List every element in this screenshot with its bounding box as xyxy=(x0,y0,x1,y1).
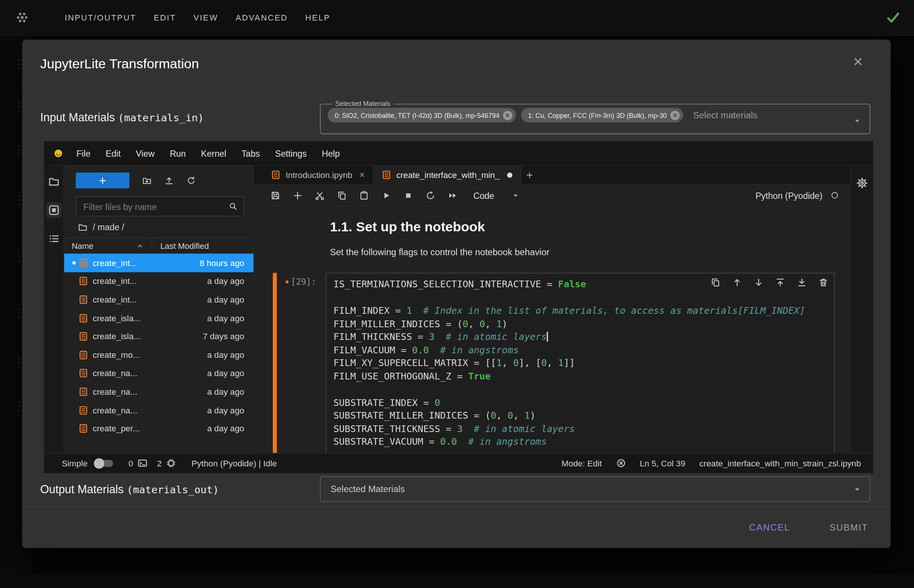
editor-tab-create-interface-with-min[interactable]: create_interface_with_min_ xyxy=(373,166,521,184)
save-icon[interactable] xyxy=(270,190,281,200)
check-icon[interactable] xyxy=(886,10,900,24)
top-menu-edit[interactable]: EDIT xyxy=(145,13,185,22)
dialog-close-icon[interactable]: × xyxy=(853,54,863,70)
jupyter-menu-file[interactable]: File xyxy=(69,149,98,158)
refresh-icon[interactable] xyxy=(187,176,196,185)
paste-icon[interactable] xyxy=(359,190,369,200)
column-header-modified[interactable]: Last Modified xyxy=(152,238,253,253)
tab-close-icon[interactable]: × xyxy=(359,170,365,180)
filter-files-box xyxy=(76,197,244,216)
column-header-name[interactable]: Name xyxy=(64,241,152,250)
chip-delete-icon[interactable]: × xyxy=(670,110,680,120)
cancel-button[interactable]: CANCEL xyxy=(746,522,793,533)
markdown-cell[interactable]: 1.1. Set up the notebook Set the followi… xyxy=(254,220,850,258)
code-line: FILM_XY_SUPERCELL_MATRIX = [[1, 0], [0, … xyxy=(334,357,827,370)
material-chip-label: 1: Cu, Copper, FCC (Fm-3m) 3D (Bulk), mp… xyxy=(528,111,667,119)
top-menu-help[interactable]: HELP xyxy=(297,13,339,22)
delete-icon[interactable] xyxy=(819,278,828,288)
jupyter-menu-kernel[interactable]: Kernel xyxy=(193,149,234,158)
chevron-down-icon[interactable] xyxy=(854,117,861,124)
move-up-icon[interactable] xyxy=(732,278,743,288)
copy-icon[interactable] xyxy=(337,190,347,200)
toggle-knob xyxy=(94,458,105,468)
cell-type-dropdown[interactable]: Code xyxy=(473,190,519,200)
notebook-icon xyxy=(79,258,88,268)
materials-select-placeholder[interactable]: Select materials xyxy=(693,110,757,121)
notebook-icon xyxy=(79,387,88,396)
jupyter-menu-tabs[interactable]: Tabs xyxy=(234,149,268,158)
file-row[interactable]: create_int...8 hours ago xyxy=(64,254,254,272)
folder-icon[interactable] xyxy=(78,222,87,232)
file-row[interactable]: create_per...a day ago xyxy=(64,419,254,438)
top-menu-advanced[interactable]: ADVANCED xyxy=(227,13,297,22)
stop-icon[interactable] xyxy=(403,190,413,200)
status-bar: Simple 0 2 Python (Pyodide) | Idle Mode:… xyxy=(44,453,873,473)
table-of-contents-icon[interactable] xyxy=(48,233,60,244)
move-down-icon[interactable] xyxy=(754,278,764,288)
submit-button[interactable]: SUBMIT xyxy=(826,522,872,533)
folder-icon[interactable] xyxy=(48,176,60,187)
top-menu-input-output[interactable]: INPUT/OUTPUT xyxy=(56,13,145,22)
dialog-footer: CANCEL SUBMIT xyxy=(22,507,890,548)
chevron-down-icon[interactable] xyxy=(854,486,861,493)
input-materials-text: Input Materials xyxy=(40,111,118,123)
tab-strip: Introduction.ipynb×create_interface_with… xyxy=(263,166,521,184)
file-row[interactable]: create_na...a day ago xyxy=(64,401,254,419)
insert-above-icon[interactable] xyxy=(775,278,785,288)
material-chip[interactable]: 1: Cu, Copper, FCC (Fm-3m) 3D (Bulk), mp… xyxy=(521,108,683,123)
materials-select[interactable]: Selected Materials 0: SiO2, Cristobalite… xyxy=(320,100,870,134)
jupyter-menu-help[interactable]: Help xyxy=(314,149,347,158)
notebook-scroll-area[interactable]: 1.1. Set up the notebook Set the followi… xyxy=(254,206,850,453)
jupyter-menu-settings[interactable]: Settings xyxy=(268,149,314,158)
cursor-position[interactable]: Ln 5, Col 39 xyxy=(640,459,685,468)
gear-icon[interactable] xyxy=(856,177,868,189)
breadcrumb[interactable]: / made / xyxy=(64,216,254,237)
filter-files-input[interactable] xyxy=(82,201,228,212)
output-select-value: Selected Materials xyxy=(331,484,405,494)
file-row[interactable]: create_int...a day ago xyxy=(64,272,254,290)
duplicate-icon[interactable] xyxy=(711,278,721,288)
file-row[interactable]: create_isla...7 days ago xyxy=(64,327,254,346)
new-folder-icon[interactable] xyxy=(142,176,152,185)
top-menu-view[interactable]: VIEW xyxy=(185,13,227,22)
cell-toolbar xyxy=(711,278,828,288)
notebook-icon xyxy=(382,170,391,179)
fast-forward-icon[interactable] xyxy=(448,190,458,200)
cut-icon[interactable] xyxy=(315,190,325,200)
run-icon[interactable] xyxy=(381,190,391,200)
terminal-icon[interactable] xyxy=(138,458,148,468)
code-cell[interactable]: [29]: IS_TERMINATIONS_SELECTION_INTERACT… xyxy=(254,273,850,453)
file-name: create_isla... xyxy=(92,313,140,323)
code-editor[interactable]: IS_TERMINATIONS_SELECTION_INTERACTIVE = … xyxy=(326,273,835,453)
jupyter-menu-view[interactable]: View xyxy=(128,149,162,158)
code-line: SUBSTRATE_MILLER_INDICES = (0, 0, 1) xyxy=(334,409,827,422)
new-tab-button[interactable] xyxy=(521,166,538,184)
notebook-icon xyxy=(79,424,88,433)
code-line: SUBSTRATE_THICKNESS = 3 # in atomic laye… xyxy=(334,422,827,435)
running-kernels-icon[interactable] xyxy=(46,202,61,218)
jupyter-menu-edit[interactable]: Edit xyxy=(98,149,128,158)
notebook-icon xyxy=(79,276,88,286)
file-row[interactable]: create_na...a day ago xyxy=(64,364,254,383)
file-row[interactable]: create_mo...a day ago xyxy=(64,346,254,364)
editor-tab-introduction-ipynb[interactable]: Introduction.ipynb× xyxy=(263,166,374,184)
output-materials-select[interactable]: Selected Materials xyxy=(320,477,870,502)
add-cell-icon[interactable] xyxy=(292,190,302,200)
new-launcher-button[interactable] xyxy=(76,173,129,188)
simple-mode-toggle[interactable] xyxy=(96,460,113,467)
file-row[interactable]: create_int...a day ago xyxy=(64,290,254,309)
breadcrumb-path[interactable]: / made / xyxy=(92,222,124,232)
file-name: create_isla... xyxy=(92,332,140,341)
restart-icon[interactable] xyxy=(426,190,436,200)
file-row[interactable]: create_na...a day ago xyxy=(64,383,254,401)
kernel-icon[interactable] xyxy=(166,458,176,468)
upload-icon[interactable] xyxy=(165,176,174,185)
notifications-off-icon[interactable] xyxy=(616,458,626,468)
chip-delete-icon[interactable]: × xyxy=(503,110,512,120)
insert-below-icon[interactable] xyxy=(797,278,807,288)
jupyter-menu-run[interactable]: Run xyxy=(162,149,194,158)
material-chip[interactable]: 0: SiO2, Cristobalite, TET (I-42d) 3D (B… xyxy=(328,108,515,123)
file-row[interactable]: create_isla...a day ago xyxy=(64,309,254,327)
code-line: FILM_VACUUM = 0.0 # in angstroms xyxy=(334,344,827,357)
running-indicator-dot xyxy=(73,298,76,301)
